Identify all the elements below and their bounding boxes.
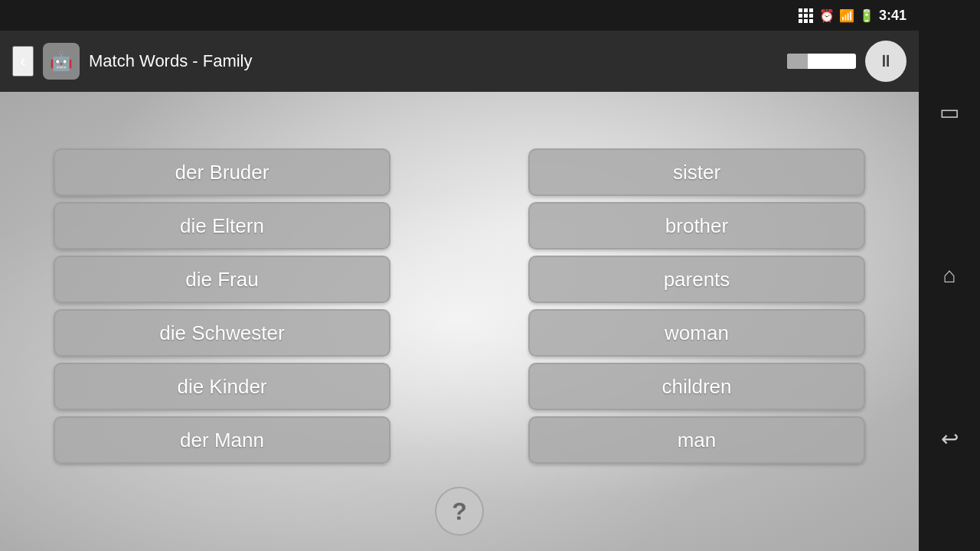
toolbar-title: Match Words - Family xyxy=(89,51,778,71)
home-icon: ⌂ xyxy=(943,263,956,288)
word-button-left-4[interactable]: die Kinder xyxy=(54,363,390,410)
status-icons: ⏰ 📶 🔋 3:41 xyxy=(819,8,906,24)
word-button-right-0[interactable]: sister xyxy=(528,148,865,196)
word-button-left-5[interactable]: der Mann xyxy=(54,416,390,464)
progress-bar-fill xyxy=(787,54,808,69)
pause-icon: ⏸ xyxy=(877,51,894,71)
left-column: der Bruder die Eltern die Frau die Schwe… xyxy=(54,148,390,464)
pause-button[interactable]: ⏸ xyxy=(865,41,906,82)
grid-icon xyxy=(799,8,813,23)
word-button-right-1[interactable]: brother xyxy=(528,202,865,249)
battery-icon: 🔋 xyxy=(859,8,874,23)
rectangle-icon: ▭ xyxy=(939,99,959,125)
word-button-left-2[interactable]: die Frau xyxy=(54,256,390,303)
toolbar: ‹ 🤖 Match Words - Family ⏸ xyxy=(0,31,919,92)
main-content: der Bruder die Eltern die Frau die Schwe… xyxy=(0,92,919,551)
word-columns: der Bruder die Eltern die Frau die Schwe… xyxy=(23,148,896,464)
app-icon: 🤖 xyxy=(43,43,80,80)
progress-bar xyxy=(787,54,856,69)
rectangle-nav-button[interactable]: ▭ xyxy=(930,97,969,128)
word-button-right-2[interactable]: parents xyxy=(528,256,865,303)
alarm-icon: ⏰ xyxy=(819,8,835,23)
back-icon: ↩ xyxy=(941,426,959,452)
word-button-right-3[interactable]: woman xyxy=(528,309,865,357)
back-button[interactable]: ‹ xyxy=(12,46,34,77)
phone-area: ⏰ 📶 🔋 3:41 ‹ 🤖 Match Words - Family ⏸ de… xyxy=(0,0,919,551)
word-button-right-5[interactable]: man xyxy=(528,416,865,464)
signal-icon: 📶 xyxy=(839,8,854,23)
robot-icon: 🤖 xyxy=(50,51,73,72)
home-nav-button[interactable]: ⌂ xyxy=(930,260,969,291)
word-button-left-0[interactable]: der Bruder xyxy=(54,148,390,196)
nav-panel: ▭ ⌂ ↩ xyxy=(919,0,980,551)
word-button-left-1[interactable]: die Eltern xyxy=(54,202,390,249)
right-column: sister brother parents woman children ma… xyxy=(528,148,865,464)
word-button-left-3[interactable]: die Schwester xyxy=(54,309,390,357)
back-nav-button[interactable]: ↩ xyxy=(930,423,969,454)
status-time: 3:41 xyxy=(879,8,906,24)
word-button-right-4[interactable]: children xyxy=(528,363,865,410)
help-button[interactable]: ? xyxy=(435,487,484,536)
status-bar: ⏰ 📶 🔋 3:41 xyxy=(0,0,919,31)
